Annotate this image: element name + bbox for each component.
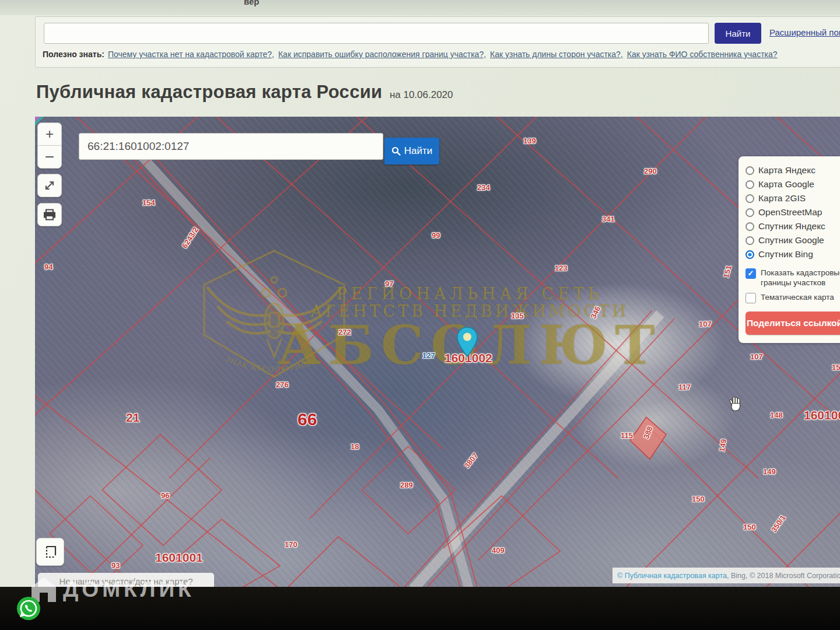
- layer-option[interactable]: OpenStreetMap: [746, 205, 840, 219]
- measure-area-icon: [43, 544, 58, 559]
- page: вер Найти Расширенный поиск Полезно знат…: [0, 0, 840, 630]
- cadastral-boundaries-layer: [35, 117, 840, 589]
- share-link-button[interactable]: Поделиться ссылкой: [746, 312, 840, 335]
- parcel-label: 115: [621, 431, 633, 440]
- parcel-label: 18: [351, 442, 359, 451]
- layer-checkboxes: Показать кадастровые границы участковТем…: [746, 265, 840, 304]
- domclick-watermark: ДОМКЛИК: [30, 576, 195, 603]
- layer-option[interactable]: Спутник Google: [746, 233, 840, 247]
- layer-option-label: Спутник Google: [758, 235, 824, 246]
- layer-option[interactable]: Карта Google: [746, 177, 840, 191]
- info-link[interactable]: Как узнать ФИО собственника участка?: [627, 50, 778, 59]
- expand-arrows-icon: [44, 180, 55, 191]
- parcel-label: 66: [298, 410, 317, 429]
- parcel-label: 123: [555, 264, 568, 272]
- search-icon: [391, 146, 401, 156]
- parcel-label: 276: [276, 380, 289, 389]
- site-search-input[interactable]: [44, 23, 709, 44]
- layer-option-label: Спутник Яндекс: [758, 221, 825, 232]
- layer-option[interactable]: Карта Яндекс: [746, 163, 840, 177]
- parcel-label: 1601001: [155, 551, 203, 565]
- radio-icon[interactable]: [746, 180, 754, 189]
- layer-checkbox-row[interactable]: Тематическая карта: [746, 289, 840, 304]
- whatsapp-icon[interactable]: [16, 596, 41, 621]
- cadastral-number-input[interactable]: [79, 133, 383, 160]
- useful-info-row: Полезно знать:Почему участка нет на када…: [43, 50, 840, 59]
- layer-options: Карта ЯндексКарта GoogleКарта 2GISOpenSt…: [746, 163, 840, 261]
- info-link[interactable]: Почему участка нет на кадастровой карте?…: [108, 50, 274, 59]
- map-canvas[interactable]: ЗНАК АБСОЛЮТНОГО КАЧЕСТВА РЕГИОНАЛЬНАЯ С…: [35, 117, 840, 589]
- browser-chrome-strip: [0, 0, 840, 15]
- printer-icon: [43, 209, 56, 220]
- parcel-label: 234: [477, 183, 490, 192]
- parcel-label: 170: [285, 540, 298, 549]
- layer-option-label: Карта Google: [758, 179, 814, 190]
- map-search-button[interactable]: Найти: [384, 138, 439, 164]
- site-search-button[interactable]: Найти: [715, 23, 761, 44]
- layer-panel: Карта ЯндексКарта GoogleКарта 2GISOpenSt…: [738, 156, 840, 343]
- info-link[interactable]: Как узнать длины сторон участка?,: [490, 50, 623, 59]
- parcel-label: 135: [511, 312, 524, 320]
- parcel-label: 96: [161, 491, 169, 500]
- parcel-label: 107: [699, 320, 712, 328]
- parcel-label: 1601002: [804, 408, 840, 422]
- advanced-search-link[interactable]: Расширенный поиск: [769, 27, 840, 37]
- checkbox-icon[interactable]: [746, 293, 756, 303]
- parcel-label: 290: [644, 167, 657, 176]
- attribution-rest: , Bing, © 2018 Microsoft Corporatio: [727, 572, 840, 580]
- search-panel: Найти Расширенный поиск Полезно знать:По…: [35, 16, 840, 68]
- parcel-label: 272: [338, 328, 351, 337]
- layer-option-label: Карта Яндекс: [758, 165, 816, 176]
- parcel-label: 154: [142, 198, 155, 207]
- layer-option[interactable]: Спутник Bing: [746, 247, 840, 261]
- layer-checkbox-row[interactable]: Показать кадастровые границы участков: [746, 265, 840, 289]
- parcel-label: 149: [763, 467, 776, 476]
- parcel-label: 94: [44, 262, 52, 271]
- map-pin-icon: [456, 327, 478, 357]
- radio-icon[interactable]: [746, 236, 754, 245]
- radio-icon[interactable]: [746, 166, 754, 175]
- browser-title-fragment: вер: [244, 0, 260, 6]
- useful-info-label: Полезно знать:: [43, 50, 104, 59]
- info-links: Почему участка нет на кадастровой карте?…: [108, 50, 782, 59]
- hand-cursor-icon: [728, 396, 743, 412]
- layer-option-label: Спутник Bing: [758, 249, 813, 260]
- page-title: Публичная кадастровая карта России: [36, 82, 382, 102]
- domclick-label: ДОМКЛИК: [63, 578, 195, 602]
- zoom-out-button[interactable]: −: [37, 145, 62, 169]
- zoom-in-button[interactable]: +: [37, 123, 62, 146]
- parcel-label: 117: [678, 383, 691, 391]
- page-title-row: Публичная кадастровая карта России на 10…: [36, 82, 453, 103]
- parcel-label: 93: [111, 561, 120, 570]
- parcel-label: 341: [602, 215, 615, 223]
- parcel-label: 150: [692, 495, 705, 503]
- print-button[interactable]: [37, 203, 62, 226]
- parcel-label: 21: [126, 411, 139, 425]
- radio-icon[interactable]: [746, 208, 754, 217]
- radio-icon[interactable]: [746, 194, 754, 203]
- parcel-label: 148: [770, 411, 783, 419]
- layer-option-label: Карта 2GIS: [758, 193, 806, 204]
- radio-icon[interactable]: [746, 250, 754, 259]
- checkbox-icon[interactable]: [746, 268, 756, 279]
- map-search-button-label: Найти: [404, 145, 433, 157]
- radio-icon[interactable]: [746, 222, 754, 231]
- layer-option[interactable]: Карта 2GIS: [746, 191, 840, 205]
- info-link[interactable]: Как исправить ошибку расположения границ…: [278, 50, 486, 59]
- page-title-date: на 10.06.2020: [390, 89, 453, 100]
- parcel-label: 97: [385, 279, 393, 288]
- measure-button[interactable]: [36, 538, 64, 566]
- checkbox-label: Тематическая карта: [761, 293, 834, 303]
- attribution-link[interactable]: © Публичная кадастровая карта: [617, 572, 727, 580]
- parcel-label: 107: [750, 352, 763, 361]
- checkbox-label: Показать кадастровые границы участков: [761, 268, 840, 288]
- map-attribution: © Публичная кадастровая карта , Bing, © …: [612, 568, 840, 583]
- search-row: Найти Расширенный поиск: [43, 22, 840, 45]
- parcel-label: 150: [743, 523, 756, 531]
- fullscreen-button[interactable]: [37, 174, 62, 197]
- parcel-label: 127: [422, 351, 435, 360]
- parcel-label: 139: [523, 136, 536, 145]
- parcel-label: 409: [492, 546, 505, 555]
- parcel-label: 157: [832, 363, 840, 372]
- layer-option[interactable]: Спутник Яндекс: [746, 219, 840, 233]
